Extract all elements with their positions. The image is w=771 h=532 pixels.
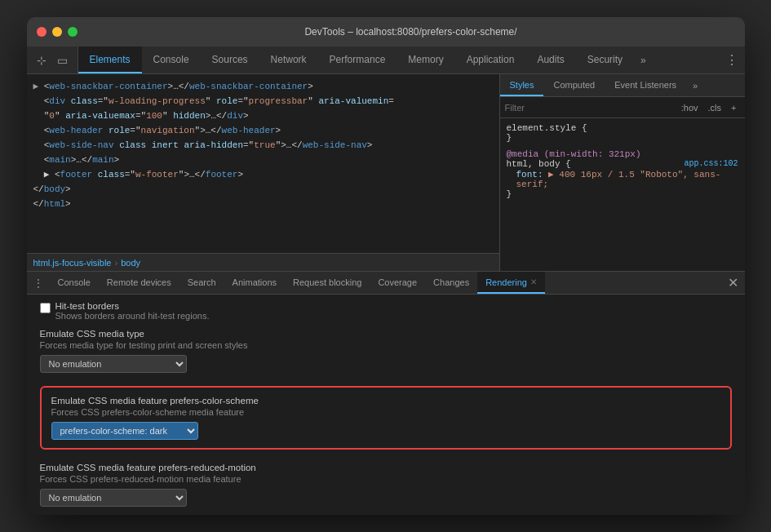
emulate-color-scheme-label: Emulate CSS media feature prefers-color-…	[51, 396, 720, 406]
emulate-css-type-section: Emulate CSS media type Forces media type…	[40, 329, 732, 373]
css-close2: }	[507, 189, 738, 199]
devtools-window: DevTools – localhost:8080/prefers-color-…	[27, 17, 745, 515]
styles-filter-input[interactable]	[505, 103, 675, 113]
css-block-media: @media (min-width: 321px) html, body { a…	[507, 149, 738, 199]
styles-content: element.style { } @media (min-width: 321…	[500, 118, 745, 271]
tab-performance[interactable]: Performance	[318, 47, 397, 73]
cls-filter-btn[interactable]: .cls	[705, 102, 725, 113]
bottom-tab-bar: ⋮ Console Remote devices Search Animatio…	[27, 272, 745, 295]
dom-line: <web-side-nav class inert aria-hidden="t…	[27, 138, 499, 153]
hit-test-section: Hit-test borders Shows borders around hi…	[40, 301, 732, 321]
css-selector: element.style {	[507, 123, 738, 133]
hit-test-title: Hit-test borders	[55, 301, 210, 311]
emulate-color-scheme-sublabel: Forces CSS prefers-color-scheme media fe…	[51, 407, 720, 417]
bottom-tab-changes[interactable]: Changes	[425, 272, 477, 294]
breadcrumb-item-html[interactable]: html.js-focus-visible	[33, 258, 112, 268]
rendering-tab-close[interactable]: ✕	[530, 277, 537, 286]
tab-security[interactable]: Security	[576, 47, 634, 73]
bottom-tab-search[interactable]: Search	[179, 272, 224, 294]
emulate-color-scheme-section: Emulate CSS media feature prefers-color-…	[40, 386, 732, 450]
bottom-tab-icon[interactable]: ⋮	[27, 272, 50, 294]
css-media-query: @media (min-width: 321px)	[507, 149, 738, 159]
tab-console[interactable]: Console	[142, 47, 201, 73]
bottom-tab-request-blocking[interactable]: Request blocking	[285, 272, 370, 294]
emulate-reduced-motion-sublabel: Forces CSS prefers-reduced-motion media …	[40, 474, 732, 484]
rendering-content: Hit-test borders Shows borders around hi…	[27, 295, 745, 515]
styles-tab-computed[interactable]: Computed	[543, 74, 605, 96]
styles-tabs: Styles Computed Event Listeners »	[500, 74, 745, 97]
inspect-icon[interactable]: ⊹	[33, 52, 50, 69]
minimize-button[interactable]	[52, 27, 62, 37]
styles-tab-overflow[interactable]: »	[686, 74, 704, 96]
tab-overflow-btn[interactable]: »	[634, 47, 653, 73]
css-selector-html-body: html, body {	[507, 159, 571, 169]
toolbar-icons: ⊹ ▭	[27, 47, 78, 73]
hit-test-subtitle: Shows borders around hit-test regions.	[55, 311, 210, 321]
more-options-btn[interactable]: ⋮	[719, 47, 745, 73]
hit-test-checkbox[interactable]	[40, 303, 51, 313]
tab-sources[interactable]: Sources	[201, 47, 259, 73]
dom-line: <main>…</main>	[27, 153, 499, 167]
styles-filter-bar: :hov .cls +	[500, 97, 745, 118]
breadcrumb-item-body[interactable]: body	[121, 258, 140, 268]
tab-network[interactable]: Network	[259, 47, 318, 73]
emulate-css-type-sublabel: Forces media type for testing print and …	[40, 340, 732, 350]
bottom-tab-coverage[interactable]: Coverage	[370, 272, 425, 294]
css-block-element: element.style { }	[507, 123, 738, 143]
maximize-button[interactable]	[68, 27, 78, 37]
emulate-color-scheme-select[interactable]: No emulation prefers-color-scheme: light…	[51, 422, 198, 440]
dom-tree[interactable]: ▶ <web-snackbar-container>…</web-snackba…	[27, 74, 499, 253]
dom-line: <div class="w-loading-progress" role="pr…	[27, 94, 499, 109]
emulate-css-type-select[interactable]: No emulation print screen	[40, 355, 187, 373]
emulate-css-type-label: Emulate CSS media type	[40, 329, 732, 339]
bottom-tab-rendering[interactable]: Rendering ✕	[477, 272, 545, 294]
hit-test-labels: Hit-test borders Shows borders around hi…	[55, 301, 210, 321]
css-property-font: font: ▶ 400 16px / 1.5 "Roboto", sans-se…	[507, 169, 738, 189]
dom-line: ▶ <web-snackbar-container>…</web-snackba…	[27, 79, 499, 94]
styles-panel: Styles Computed Event Listeners » :hov .…	[500, 74, 745, 271]
tab-audits[interactable]: Audits	[525, 47, 575, 73]
emulate-reduced-motion-section: Emulate CSS media feature prefers-reduce…	[40, 463, 732, 507]
bottom-tab-animations[interactable]: Animations	[224, 272, 285, 294]
main-split: ▶ <web-snackbar-container>…</web-snackba…	[27, 74, 745, 271]
bottom-panel: ⋮ Console Remote devices Search Animatio…	[27, 271, 745, 515]
window-title: DevTools – localhost:8080/prefers-color-…	[87, 26, 735, 38]
device-icon[interactable]: ▭	[55, 52, 71, 69]
css-close: }	[507, 133, 738, 143]
traffic-lights	[37, 27, 78, 37]
close-button[interactable]	[37, 27, 47, 37]
add-style-btn[interactable]: +	[728, 102, 739, 113]
devtools-body: ⊹ ▭ Elements Console Sources Network Per…	[27, 47, 745, 515]
hov-filter-btn[interactable]: :hov	[678, 102, 702, 113]
styles-tab-styles[interactable]: Styles	[500, 74, 544, 96]
tab-memory[interactable]: Memory	[397, 47, 454, 73]
top-tab-bar: ⊹ ▭ Elements Console Sources Network Per…	[27, 47, 745, 74]
bottom-panel-close-btn[interactable]: ✕	[721, 272, 745, 294]
dom-panel: ▶ <web-snackbar-container>…</web-snackba…	[27, 74, 500, 271]
dom-breadcrumb: html.js-focus-visible › body	[27, 253, 499, 271]
bottom-tab-remote-devices[interactable]: Remote devices	[99, 272, 179, 294]
dom-line: ▶ <footer class="w-footer">…</footer>	[27, 167, 499, 182]
dom-line: </body>	[27, 182, 499, 197]
dom-line: </html>	[27, 197, 499, 211]
hit-test-checkbox-wrap: Hit-test borders Shows borders around hi…	[40, 301, 210, 321]
dom-line: "0" aria-valuemax="100" hidden>…</div>	[27, 109, 499, 123]
prop-name: font:	[516, 170, 549, 180]
tab-application[interactable]: Application	[455, 47, 526, 73]
emulate-reduced-motion-label: Emulate CSS media feature prefers-reduce…	[40, 463, 732, 472]
emulate-reduced-motion-select[interactable]: No emulation prefers-reduced-motion: red…	[40, 489, 187, 507]
title-bar: DevTools – localhost:8080/prefers-color-…	[27, 17, 745, 47]
styles-tab-event-listeners[interactable]: Event Listeners	[605, 74, 686, 96]
bottom-tab-console[interactable]: Console	[50, 272, 99, 294]
tab-elements[interactable]: Elements	[78, 47, 142, 73]
css-source-link[interactable]: app.css:102	[684, 159, 738, 169]
dom-line: <web-header role="navigation">…</web-hea…	[27, 123, 499, 138]
